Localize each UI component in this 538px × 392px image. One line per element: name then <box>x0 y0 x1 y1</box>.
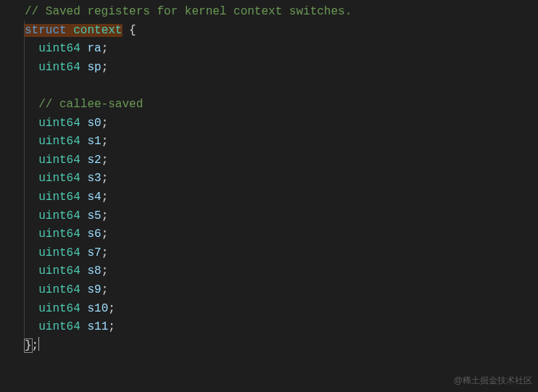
field-name: s9 <box>87 283 101 296</box>
semicolon: ; <box>102 246 109 259</box>
watermark-text: @稀土掘金技术社区 <box>454 374 532 388</box>
code-line: uint64 s3; <box>25 170 538 188</box>
field-name: ra <box>87 42 101 55</box>
semicolon: ; <box>102 191 109 204</box>
code-line: // callee-saved <box>25 96 538 114</box>
code-line: }; <box>25 337 538 356</box>
field-name: s0 <box>87 117 101 130</box>
field-name: s2 <box>87 154 101 167</box>
code-line: struct context { <box>25 22 538 41</box>
code-line: uint64 s10; <box>25 300 538 319</box>
field-name: s5 <box>87 209 101 222</box>
field-name: sp <box>87 61 101 74</box>
code-line: uint64 s8; <box>25 262 538 281</box>
brace-open: { <box>129 24 136 37</box>
field-name: s10 <box>87 302 108 315</box>
code-line: uint64 sp; <box>25 59 538 78</box>
semicolon: ; <box>102 228 109 241</box>
field-type: uint64 <box>38 283 80 296</box>
code-line: // Saved registers for kernel context sw… <box>25 3 538 22</box>
code-line: uint64 s9; <box>25 281 538 300</box>
text-cursor <box>38 337 39 351</box>
struct-semicolon: ; <box>32 339 39 352</box>
field-type: uint64 <box>38 154 80 167</box>
field-type: uint64 <box>38 172 80 185</box>
code-line: uint64 s2; <box>25 151 538 170</box>
field-type: uint64 <box>38 264 80 278</box>
field-type: uint64 <box>38 135 80 148</box>
code-line: uint64 s7; <box>25 244 538 263</box>
field-type: uint64 <box>38 209 80 222</box>
semicolon: ; <box>102 42 109 55</box>
field-name: s1 <box>87 135 101 148</box>
field-type: uint64 <box>38 117 80 130</box>
struct-name: context <box>73 24 122 37</box>
semicolon: ; <box>102 154 109 167</box>
field-name: s7 <box>87 246 101 259</box>
field-name: s11 <box>87 320 108 333</box>
field-type: uint64 <box>38 302 80 315</box>
field-type: uint64 <box>38 246 80 259</box>
field-type: uint64 <box>38 42 80 55</box>
semicolon: ; <box>102 283 109 296</box>
semicolon: ; <box>102 61 109 74</box>
code-editor: // Saved registers for kernel context sw… <box>0 0 538 358</box>
field-type: uint64 <box>38 228 80 241</box>
struct-decl-highlight: struct context <box>24 24 123 37</box>
semicolon: ; <box>102 209 109 222</box>
indent-guide <box>24 20 25 338</box>
semicolon: ; <box>102 135 109 148</box>
field-name: s8 <box>87 264 101 278</box>
field-type: uint64 <box>38 61 80 74</box>
semicolon: ; <box>102 172 109 185</box>
code-line: uint64 s5; <box>25 207 538 226</box>
code-line: uint64 s0; <box>25 114 538 133</box>
semicolon: ; <box>102 117 109 130</box>
code-line: uint64 s6; <box>25 225 538 244</box>
code-line: uint64 ra; <box>25 40 538 59</box>
semicolon: ; <box>108 302 115 315</box>
struct-keyword: struct <box>25 24 67 37</box>
field-name: s3 <box>87 172 101 185</box>
code-line: uint64 s1; <box>25 133 538 151</box>
comment-mid: // callee-saved <box>38 98 143 111</box>
code-line: uint64 s4; <box>25 188 538 207</box>
field-name: s6 <box>87 228 101 241</box>
field-type: uint64 <box>38 320 80 333</box>
field-name: s4 <box>87 191 101 204</box>
field-type: uint64 <box>38 191 80 204</box>
code-line: uint64 s11; <box>25 318 538 337</box>
semicolon: ; <box>102 264 109 278</box>
semicolon: ; <box>108 320 115 333</box>
blank-line <box>25 77 538 96</box>
comment-top: // Saved registers for kernel context sw… <box>25 5 352 18</box>
